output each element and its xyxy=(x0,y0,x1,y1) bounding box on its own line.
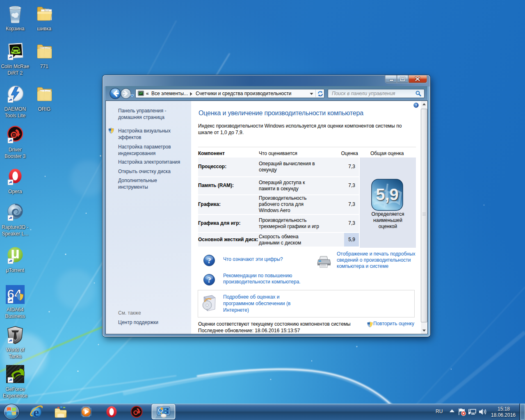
svg-text:?: ? xyxy=(207,276,211,284)
svg-text:5,9: 5,9 xyxy=(376,185,399,203)
svg-text:?: ? xyxy=(415,103,417,107)
svg-text:?: ? xyxy=(207,256,211,265)
